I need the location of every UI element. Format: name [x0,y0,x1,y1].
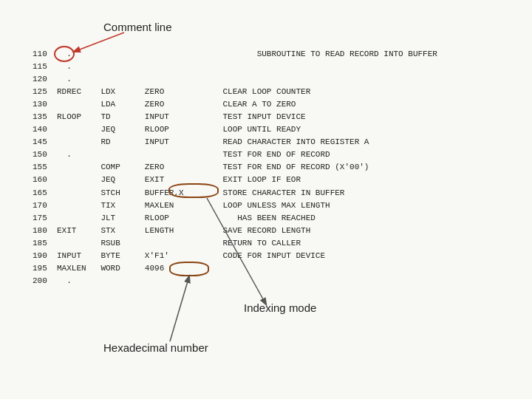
indexing-mode-label: Indexing mode [244,301,316,314]
comment-line-label: Comment line [103,21,172,33]
hexadecimal-number-label: Hexadecimal number [103,341,208,354]
page-container: Comment line 110 . SUBROUTINE TO READ RE… [0,0,532,399]
code-block: 110 . SUBROUTINE TO READ RECORD INTO BUF… [33,48,437,287]
